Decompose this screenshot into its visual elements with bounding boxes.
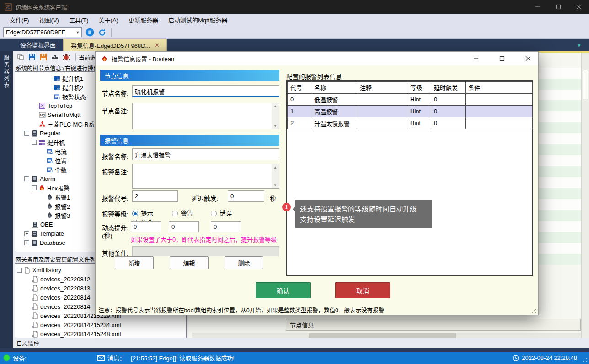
server-select-dropdown[interactable]: Edge:DD57F968D9FE ▼ xyxy=(3,27,82,37)
collapse-icon[interactable]: − xyxy=(32,140,37,145)
tab-close-icon[interactable]: ✕ xyxy=(155,42,159,48)
textarea-scrollbar[interactable]: ▲▼ xyxy=(272,164,279,188)
alarm-table-cell[interactable]: 0 xyxy=(288,94,311,106)
save-button[interactable] xyxy=(27,52,37,62)
node-name-input[interactable] xyxy=(132,85,279,97)
alarm-table-cell[interactable]: 2 xyxy=(288,117,311,129)
tree-item-label: Regular xyxy=(40,130,61,137)
cancel-button-label: 取消 xyxy=(356,286,369,295)
debug-button[interactable] xyxy=(61,52,71,62)
node-note-textarea[interactable]: ▲▼ xyxy=(132,103,279,129)
textarea-scrollbar[interactable]: ▲▼ xyxy=(272,103,279,129)
copy-button[interactable] xyxy=(16,52,26,62)
alarm-table-header[interactable]: 注释 xyxy=(357,82,407,94)
menu-item[interactable]: 更新服务器 xyxy=(123,14,163,26)
delete-button[interactable]: 删除 xyxy=(225,256,263,269)
grid-purple-icon xyxy=(38,139,45,146)
menu-item[interactable]: 启动测试的Mqtt服务器 xyxy=(163,14,232,26)
dialog-close-icon[interactable] xyxy=(518,52,538,65)
alarm-table-cell[interactable]: 高温报警 xyxy=(311,106,357,117)
menu-item[interactable]: 文件(F) xyxy=(5,14,34,26)
menu-item[interactable]: 视图(V) xyxy=(34,14,64,26)
annotation-line: 支持设置延迟触发 xyxy=(300,214,427,225)
dynamic-upgrade-input-3[interactable] xyxy=(211,221,241,232)
refresh-button[interactable] xyxy=(98,28,107,37)
edit-button[interactable]: 编辑 xyxy=(170,256,209,269)
alarm-table-cell[interactable] xyxy=(357,117,407,129)
dynamic-upgrade-input-2[interactable] xyxy=(169,221,199,232)
tab-overflow-chevron-icon[interactable]: ▼ xyxy=(577,42,582,48)
collapse-icon[interactable]: − xyxy=(17,268,22,273)
vertical-scrollbar[interactable] xyxy=(581,53,589,338)
alarm-table-row[interactable]: 0低温报警Hint0 xyxy=(288,94,533,106)
alarm-table-cell[interactable] xyxy=(357,94,407,106)
add-button[interactable]: 新增 xyxy=(115,256,154,269)
scroll-down-icon[interactable]: ▼ xyxy=(273,183,277,187)
radio-checked-icon[interactable] xyxy=(132,211,138,216)
alarm-table-cell[interactable]: 升温太慢报警 xyxy=(311,117,357,129)
dynamic-upgrade-input-1[interactable] xyxy=(131,221,161,232)
radio-unchecked-icon[interactable] xyxy=(211,211,217,216)
alarm-table-header[interactable]: 名称 xyxy=(311,82,357,94)
dialog-resize-grip[interactable] xyxy=(532,308,537,313)
alarm-level-option[interactable]: 警告 xyxy=(172,208,211,217)
dialog-minimize-icon[interactable] xyxy=(466,52,486,65)
alarm-level-option[interactable]: 提示 xyxy=(132,208,172,217)
radio-unchecked-icon[interactable] xyxy=(172,211,178,216)
alarm-code-input[interactable] xyxy=(132,190,178,202)
scroll-up-icon[interactable]: ▲ xyxy=(273,165,277,169)
collapse-icon[interactable]: − xyxy=(24,176,29,181)
alarm-level-option[interactable]: 错误 xyxy=(211,208,250,217)
radio-label: 错误 xyxy=(220,210,232,217)
alarm-table-cell[interactable] xyxy=(466,94,533,106)
dialog-title-bar[interactable]: 报警信息设置 - Boolean xyxy=(96,52,538,65)
alarm-table-cell[interactable]: Hint xyxy=(407,94,431,106)
alarm-table-header[interactable]: 代号 xyxy=(288,82,311,94)
delay-trigger-input[interactable] xyxy=(228,190,264,202)
alarm-table-row[interactable]: 2升温太慢报警Hint0 xyxy=(288,117,533,129)
close-icon[interactable] xyxy=(568,0,589,14)
alarm-table-cell[interactable] xyxy=(357,106,407,117)
collapse-icon[interactable]: − xyxy=(24,131,29,136)
alarm-table-header-row: 代号名称注释等级延时触发条件 xyxy=(288,82,533,94)
alarm-table-cell[interactable]: Hint xyxy=(407,117,431,129)
minimize-icon[interactable] xyxy=(527,0,548,14)
cancel-button[interactable]: 取消 xyxy=(335,282,390,298)
expand-icon[interactable]: + xyxy=(24,240,29,245)
alarm-table-cell[interactable]: 0 xyxy=(431,106,466,117)
menu-item[interactable]: 工具(T) xyxy=(64,14,94,26)
upload-button[interactable] xyxy=(50,52,60,62)
tab-collect-info[interactable]: 采集信息-Edge:DD57F968D... ✕ xyxy=(63,39,167,51)
alarm-table-cell[interactable]: 1 xyxy=(288,106,311,117)
maximize-icon[interactable] xyxy=(548,0,568,14)
alarm-table-header[interactable]: 条件 xyxy=(466,82,533,94)
alarm-table-cell[interactable]: 0 xyxy=(431,117,466,129)
confirm-button[interactable]: 确认 xyxy=(256,282,311,298)
scrollbar-thumb[interactable] xyxy=(583,70,588,99)
resize-grip[interactable] xyxy=(583,358,587,362)
alarm-table-cell[interactable] xyxy=(466,106,533,117)
alarm-table-header[interactable]: 等级 xyxy=(407,82,431,94)
server-list-dock-strip[interactable]: 服务器列表 xyxy=(0,51,13,348)
tab-device-monitor[interactable]: 设备监视界面 xyxy=(13,39,63,51)
history-file-item[interactable]: devices_20220814215248.xml xyxy=(15,329,186,338)
collapse-icon[interactable]: − xyxy=(32,185,37,190)
scroll-down-icon[interactable]: ▼ xyxy=(273,124,277,128)
alarm-table-header[interactable]: 延时触发 xyxy=(431,82,466,94)
dialog-maximize-icon[interactable] xyxy=(492,52,512,65)
alarm-table-cell[interactable]: 0 xyxy=(431,94,466,106)
alarm-table-row[interactable]: 1高温报警Hint0 xyxy=(288,106,533,117)
alarm-table-cell[interactable]: 低温报警 xyxy=(311,94,357,106)
alarm-table-cell[interactable]: Hint xyxy=(407,106,431,117)
history-file-item[interactable]: devices_20220814215234.xml xyxy=(15,320,186,329)
menu-item[interactable]: 关于(A) xyxy=(94,14,123,26)
log-monitor-tab[interactable]: 日志监控 xyxy=(13,338,589,348)
alarm-table-cell[interactable] xyxy=(466,117,533,129)
pause-button[interactable] xyxy=(86,28,94,37)
expand-icon[interactable]: + xyxy=(24,231,29,236)
save-as-button[interactable] xyxy=(38,52,48,62)
alarm-name-input[interactable] xyxy=(132,148,279,160)
section-title: 报警信息 xyxy=(105,136,129,145)
scroll-up-icon[interactable]: ▲ xyxy=(273,104,277,108)
alarm-note-textarea[interactable]: ▲▼ xyxy=(132,164,279,189)
